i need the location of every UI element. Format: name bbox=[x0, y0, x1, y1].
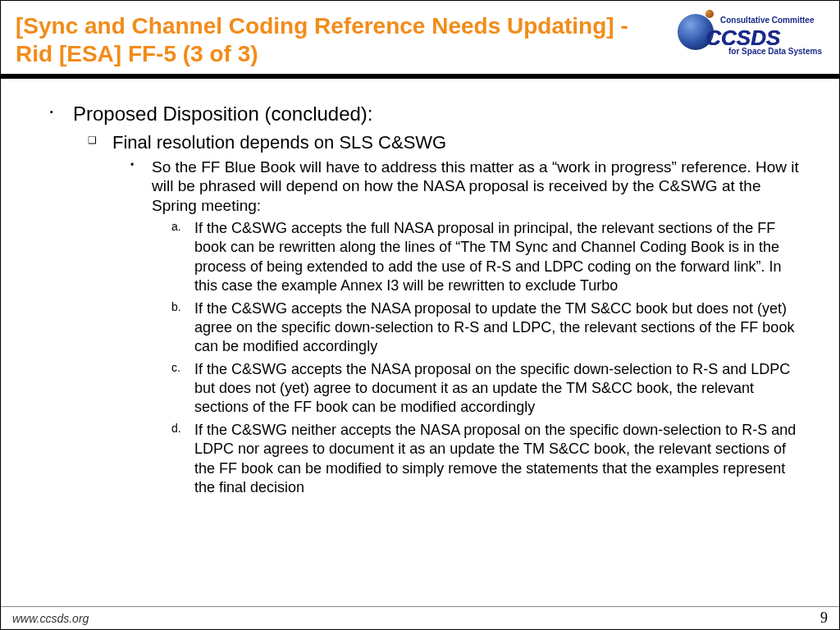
slide: [Sync and Channel Coding Reference Needs… bbox=[0, 0, 840, 630]
page-number: 9 bbox=[820, 609, 828, 627]
list-item: d. If the C&SWG neither accepts the NASA… bbox=[171, 421, 808, 498]
header: [Sync and Channel Coding Reference Needs… bbox=[1, 1, 839, 74]
list-item-text: If the C&SWG accepts the NASA proposal o… bbox=[194, 361, 790, 416]
footer: www.ccsds.org 9 bbox=[1, 606, 839, 629]
list-item: a. If the C&SWG accepts the full NASA pr… bbox=[171, 219, 808, 296]
bullet-l3: So the FF Blue Book will have to address… bbox=[130, 158, 808, 498]
list-marker: a. bbox=[171, 219, 189, 234]
list-item-text: If the C&SWG accepts the full NASA propo… bbox=[194, 220, 781, 294]
footer-url: www.ccsds.org bbox=[12, 612, 89, 625]
bullet-l1-text: Proposed Disposition (concluded): bbox=[73, 103, 373, 125]
logo-top-text: Consultative Committee bbox=[720, 16, 814, 25]
logo-bottom-text: for Space Data Systems bbox=[728, 47, 822, 56]
bullet-l2-text: Final resolution depends on SLS C&SWG bbox=[112, 132, 446, 153]
bullet-l2: Final resolution depends on SLS C&SWG So… bbox=[88, 131, 808, 497]
logo-moon-icon bbox=[705, 10, 714, 18]
body: Proposed Disposition (concluded): Final … bbox=[1, 79, 839, 606]
bullet-l1: Proposed Disposition (concluded): Final … bbox=[50, 102, 808, 497]
slide-title: [Sync and Channel Coding Reference Needs… bbox=[16, 12, 656, 67]
lettered-list: a. If the C&SWG accepts the full NASA pr… bbox=[152, 219, 808, 497]
ccsds-logo: Consultative Committee CCSDS for Space D… bbox=[664, 12, 824, 60]
list-item-text: If the C&SWG accepts the NASA proposal t… bbox=[194, 300, 794, 355]
bullet-l3-text: So the FF Blue Book will have to address… bbox=[152, 158, 799, 215]
list-item-text: If the C&SWG neither accepts the NASA pr… bbox=[194, 422, 796, 495]
list-item: c. If the C&SWG accepts the NASA proposa… bbox=[171, 360, 808, 418]
list-item: b. If the C&SWG accepts the NASA proposa… bbox=[171, 299, 808, 357]
list-marker: c. bbox=[171, 360, 189, 375]
list-marker: d. bbox=[171, 421, 189, 436]
list-marker: b. bbox=[171, 299, 189, 314]
